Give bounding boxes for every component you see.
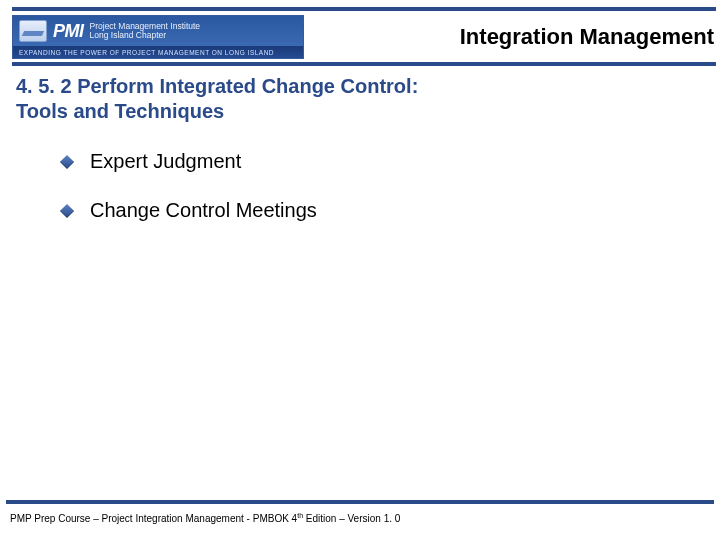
footer-post: Edition – Version 1. 0 bbox=[303, 513, 400, 524]
bullet-list: Expert Judgment Change Control Meetings bbox=[62, 150, 680, 248]
list-item: Expert Judgment bbox=[62, 150, 680, 173]
pmi-badge-icon bbox=[19, 20, 47, 42]
diamond-bullet-icon bbox=[60, 203, 74, 217]
logo-top: PMI Project Management Institute Long Is… bbox=[13, 16, 303, 46]
header-underline bbox=[12, 62, 716, 66]
bullet-text: Change Control Meetings bbox=[90, 199, 317, 222]
section-number-title: 4. 5. 2 Perform Integrated Change Contro… bbox=[16, 75, 418, 97]
list-item: Change Control Meetings bbox=[62, 199, 680, 222]
logo-inst-text: Project Management Institute Long Island… bbox=[90, 22, 201, 41]
page-title: Integration Management bbox=[304, 24, 716, 50]
section-subtitle: Tools and Techniques bbox=[16, 99, 704, 124]
bullet-text: Expert Judgment bbox=[90, 150, 241, 173]
slide: PMI Project Management Institute Long Is… bbox=[0, 0, 720, 540]
footer-text: PMP Prep Course – Project Integration Ma… bbox=[10, 512, 400, 524]
logo-tagline: Expanding the Power of Project Managemen… bbox=[13, 46, 303, 58]
logo-line2: Long Island Chapter bbox=[90, 31, 201, 40]
section-heading: 4. 5. 2 Perform Integrated Change Contro… bbox=[16, 74, 704, 124]
diamond-bullet-icon bbox=[60, 154, 74, 168]
logo-pmi-text: PMI bbox=[53, 21, 84, 42]
pmi-logo: PMI Project Management Institute Long Is… bbox=[12, 15, 304, 59]
header-row: PMI Project Management Institute Long Is… bbox=[12, 14, 716, 60]
bottom-rule bbox=[6, 500, 714, 504]
footer-pre: PMP Prep Course – Project Integration Ma… bbox=[10, 513, 297, 524]
top-rule bbox=[12, 7, 716, 11]
